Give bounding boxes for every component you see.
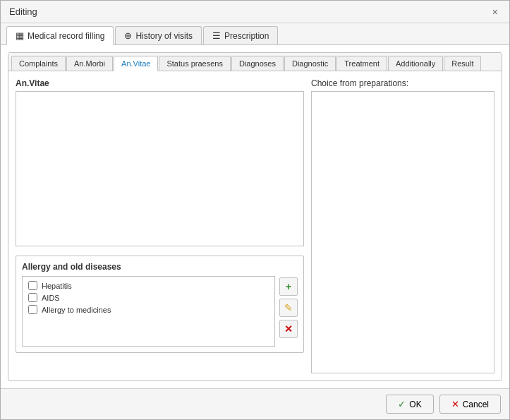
prescription-icon: ☰ — [212, 30, 221, 41]
top-tab-prescription-label: Prescription — [224, 31, 269, 41]
hepatitis-label: Hepatitis — [42, 282, 72, 290]
edit-icon: ✎ — [284, 302, 293, 313]
allergy-actions: + ✎ ✕ — [279, 276, 298, 347]
delete-allergy-button[interactable]: ✕ — [279, 320, 298, 338]
top-tab-medical-record-label: Medical record filling — [28, 31, 104, 41]
dialog-footer: ✓ OK ✕ Cancel — [1, 388, 509, 419]
tab-result[interactable]: Result — [444, 56, 481, 71]
add-allergy-button[interactable]: + — [279, 277, 298, 296]
tab-treatment[interactable]: Treatment — [336, 56, 387, 71]
top-tab-prescription[interactable]: ☰ Prescription — [203, 26, 278, 44]
ok-icon: ✓ — [398, 399, 406, 409]
allergy-medicines-checkbox[interactable] — [28, 305, 37, 314]
ok-button[interactable]: ✓ OK — [386, 395, 433, 414]
list-item[interactable]: Allergy to medicines — [25, 304, 272, 316]
right-panel: Choice from preparations: — [311, 78, 494, 373]
aids-checkbox[interactable] — [28, 293, 37, 302]
hepatitis-checkbox[interactable] — [28, 281, 37, 290]
inner-tabs: Complaints An.Morbi An.Vitae Status prae… — [8, 53, 502, 71]
tab-additionally[interactable]: Additionally — [388, 56, 443, 71]
textarea-wrapper — [16, 91, 304, 248]
medical-record-icon: ▦ — [16, 30, 24, 41]
history-visits-icon: ⊕ — [124, 30, 132, 41]
tab-status-praesens[interactable]: Status praesens — [159, 56, 231, 71]
add-icon: + — [286, 281, 291, 292]
cancel-label: Cancel — [463, 400, 489, 409]
editing-dialog: Editing × ▦ Medical record filling ⊕ His… — [0, 0, 510, 420]
top-tab-history-visits[interactable]: ⊕ History of visits — [115, 26, 202, 44]
close-button[interactable]: × — [490, 7, 501, 17]
titlebar: Editing × — [1, 1, 509, 23]
top-tab-medical-record[interactable]: ▦ Medical record filling — [6, 26, 114, 45]
main-section: An.Vitae — [16, 78, 304, 248]
choice-area — [311, 91, 494, 373]
tab-complaints[interactable]: Complaints — [11, 56, 66, 71]
inner-tabs-container: Complaints An.Morbi An.Vitae Status prae… — [8, 52, 502, 381]
content-area: Complaints An.Morbi An.Vitae Status prae… — [1, 45, 509, 388]
ok-label: OK — [409, 400, 421, 409]
tab-an-vitae[interactable]: An.Vitae — [114, 56, 158, 71]
edit-allergy-button[interactable]: ✎ — [279, 299, 298, 317]
cancel-button[interactable]: ✕ Cancel — [439, 395, 501, 414]
allergy-medicines-label: Allergy to medicines — [42, 306, 111, 314]
allergy-list: Hepatitis AIDS Allergy to medicines — [22, 276, 275, 347]
list-item[interactable]: AIDS — [25, 292, 272, 304]
choice-title: Choice from preparations: — [311, 78, 494, 88]
allergy-header: Allergy and old diseases — [22, 262, 298, 272]
cancel-icon: ✕ — [451, 399, 459, 409]
an-vitae-textarea[interactable] — [16, 91, 304, 246]
list-item[interactable]: Hepatitis — [25, 280, 272, 292]
top-tab-history-visits-label: History of visits — [135, 31, 193, 41]
aids-label: AIDS — [42, 294, 60, 302]
allergy-section: Allergy and old diseases Hepatitis AIDS — [16, 256, 304, 353]
dialog-title: Editing — [9, 6, 37, 17]
inner-content: An.Vitae Allergy and old diseases — [8, 71, 502, 380]
delete-icon: ✕ — [284, 323, 293, 335]
tab-diagnostic[interactable]: Diagnostic — [284, 56, 336, 71]
tab-an-morbi[interactable]: An.Morbi — [66, 56, 113, 71]
tab-diagnoses[interactable]: Diagnoses — [231, 56, 284, 71]
allergy-list-container: Hepatitis AIDS Allergy to medicines — [22, 276, 298, 347]
left-panel: An.Vitae Allergy and old diseases — [16, 78, 304, 373]
top-tabs-container: ▦ Medical record filling ⊕ History of vi… — [1, 23, 509, 45]
main-section-title: An.Vitae — [16, 78, 304, 88]
